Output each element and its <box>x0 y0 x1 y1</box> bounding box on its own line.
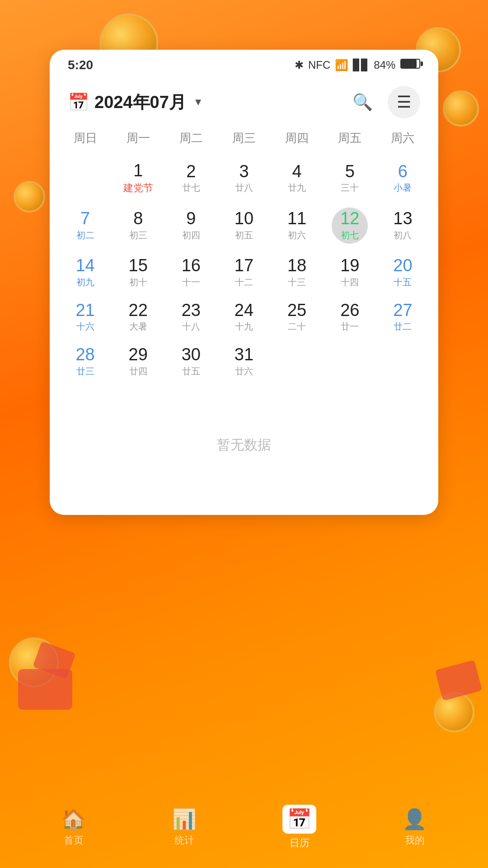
day-lunar: 初九 <box>76 276 94 288</box>
calendar-card: 5:20 ✱ NFC 📶 ▊▊ 84% 📅 2024年07月 ▼ 🔍 <box>50 50 438 515</box>
menu-button[interactable]: ☰ <box>388 86 420 118</box>
nav-label: 我的 <box>405 834 425 847</box>
day-lunar: 廿四 <box>129 365 147 377</box>
calendar-grid[interactable]: 1建党节2廿七3廿八4廿九5三十6小暑7初二8初三9初四10初五11初六12初七… <box>50 155 438 384</box>
day-number: 10 <box>235 209 253 228</box>
day-number: 13 <box>393 209 412 228</box>
bluetooth-icon: ✱ <box>295 59 304 71</box>
month-selector[interactable]: 📅 2024年07月 ▼ <box>68 91 203 114</box>
day-cell[interactable]: 13初八 <box>376 201 429 250</box>
day-cell[interactable]: 12初七 <box>324 201 376 250</box>
day-number: 2 <box>186 162 196 181</box>
status-icons: ✱ NFC 📶 ▊▊ 84% <box>295 59 420 71</box>
day-cell[interactable]: 23十八 <box>164 295 217 340</box>
weekday-header: 周日周一周二周三周四周五周六 <box>50 126 438 151</box>
weekday-label: 周四 <box>271 126 324 151</box>
empty-area: 暂无数据 <box>50 384 438 497</box>
nav-item-统计[interactable]: 📊统计 <box>172 807 197 847</box>
nav-item-首页[interactable]: 🏠首页 <box>61 807 86 847</box>
day-cell[interactable]: 30廿五 <box>164 339 217 384</box>
day-cell[interactable]: 3廿八 <box>217 155 270 201</box>
day-lunar: 廿三 <box>76 365 94 377</box>
day-cell[interactable]: 1建党节 <box>112 155 164 201</box>
day-lunar: 初八 <box>394 229 412 241</box>
month-title: 2024年07月 <box>94 91 186 114</box>
day-lunar: 廿八 <box>235 182 253 194</box>
day-cell[interactable]: 8初三 <box>112 201 164 250</box>
day-lunar: 廿六 <box>235 365 253 377</box>
day-number: 25 <box>287 301 306 320</box>
day-lunar: 二十 <box>288 321 306 333</box>
day-cell[interactable]: 14初九 <box>59 250 112 295</box>
nav-item-我的[interactable]: 👤我的 <box>402 807 427 847</box>
day-lunar: 十三 <box>288 276 306 288</box>
weekday-label: 周五 <box>324 126 376 151</box>
day-cell[interactable]: 16十一 <box>164 250 217 295</box>
day-lunar: 十九 <box>235 321 253 333</box>
day-number: 30 <box>182 345 201 364</box>
chevron-down-icon: ▼ <box>193 96 203 108</box>
day-cell[interactable]: 7初二 <box>59 201 112 250</box>
day-number: 16 <box>182 256 201 275</box>
nfc-icon: NFC <box>308 59 330 71</box>
day-cell[interactable]: 28廿三 <box>59 339 112 384</box>
day-number: 19 <box>340 256 359 275</box>
nav-icon: 📊 <box>172 807 197 831</box>
day-empty <box>59 155 112 201</box>
day-cell[interactable]: 18十三 <box>271 250 324 295</box>
day-cell[interactable]: 9初四 <box>164 201 217 250</box>
day-lunar: 廿一 <box>341 321 359 333</box>
day-cell[interactable]: 25二十 <box>271 295 324 340</box>
search-button[interactable]: 🔍 <box>346 86 379 118</box>
day-cell[interactable]: 26廿一 <box>324 295 376 340</box>
day-cell[interactable]: 22大暑 <box>112 295 164 340</box>
nav-item-日历[interactable]: 📅日历 <box>282 805 316 850</box>
nav-label: 日历 <box>290 836 310 850</box>
day-cell[interactable]: 24十九 <box>217 295 270 340</box>
day-lunar: 十五 <box>394 276 412 288</box>
weekday-label: 周六 <box>376 126 429 151</box>
day-lunar: 廿九 <box>288 182 306 194</box>
day-number: 23 <box>182 301 201 320</box>
day-cell[interactable]: 6小暑 <box>376 155 429 201</box>
day-number: 14 <box>75 256 94 275</box>
calendar-header: 📅 2024年07月 ▼ 🔍 ☰ <box>50 77 438 126</box>
day-cell[interactable]: 15初十 <box>112 250 164 295</box>
day-number: 29 <box>129 345 148 364</box>
day-cell[interactable]: 11初六 <box>271 201 324 250</box>
day-lunar: 三十 <box>341 182 359 194</box>
day-cell[interactable]: 20十五 <box>376 250 429 295</box>
day-number: 31 <box>235 345 253 364</box>
weekday-label: 周二 <box>164 126 217 151</box>
day-cell[interactable]: 27廿二 <box>376 295 429 340</box>
search-icon: 🔍 <box>352 93 373 112</box>
day-number: 5 <box>345 162 355 181</box>
day-cell[interactable]: 21十六 <box>59 295 112 340</box>
day-cell[interactable]: 19十四 <box>324 250 376 295</box>
nav-icon: 👤 <box>402 807 427 831</box>
day-cell[interactable]: 4廿九 <box>271 155 324 201</box>
weekday-label: 周一 <box>112 126 164 151</box>
day-cell[interactable]: 2廿七 <box>164 155 217 201</box>
day-cell[interactable]: 17十二 <box>217 250 270 295</box>
day-number: 20 <box>393 256 412 275</box>
battery-icon <box>400 59 420 69</box>
day-cell[interactable]: 10初五 <box>217 201 270 250</box>
day-cell[interactable]: 29廿四 <box>112 339 164 384</box>
day-cell[interactable]: 31廿六 <box>217 339 270 384</box>
day-cell[interactable]: 5三十 <box>324 155 376 201</box>
day-number: 4 <box>292 162 302 181</box>
day-lunar: 大暑 <box>129 321 147 333</box>
day-number: 3 <box>239 162 249 181</box>
day-lunar: 廿五 <box>182 365 200 377</box>
day-lunar: 初四 <box>182 229 200 241</box>
no-data-message: 暂无数据 <box>217 409 271 472</box>
day-number: 17 <box>235 256 253 275</box>
day-lunar: 十六 <box>76 321 94 333</box>
day-number: 11 <box>287 209 306 228</box>
day-lunar: 初五 <box>235 229 253 241</box>
day-number: 21 <box>75 301 94 320</box>
wifi-icon: 📶 <box>335 59 348 71</box>
day-lunar: 廿二 <box>394 321 412 333</box>
day-number: 18 <box>287 256 306 275</box>
